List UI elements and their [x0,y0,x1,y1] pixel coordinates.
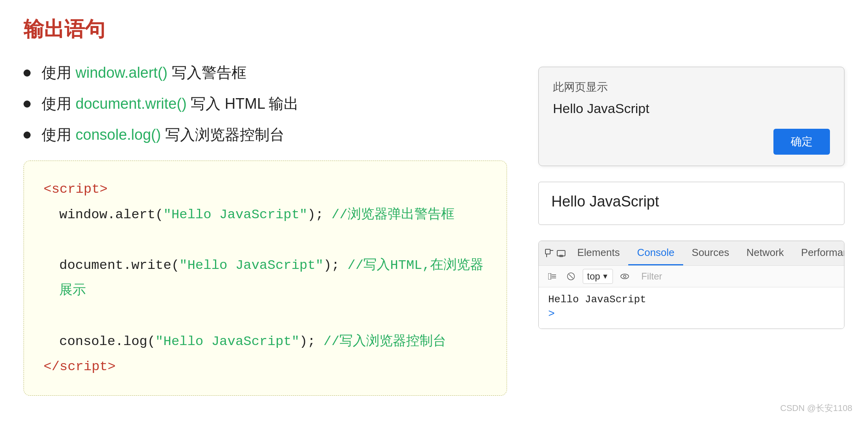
tab-elements[interactable]: Elements [569,241,628,265]
svg-rect-5 [548,273,551,280]
bullet-dot [24,132,31,139]
filter-input[interactable]: Filter [636,269,838,283]
alert-dialog-title: 此网页显示 [553,80,830,95]
code-block: <script> window.alert("Hello JavaScript"… [24,161,507,396]
alert-dialog: 此网页显示 Hello JavaScript 确定 [538,67,844,166]
list-item: 使用 window.alert() 写入警告框 [24,63,507,83]
confirm-button[interactable]: 确定 [773,129,830,155]
console-prompt: > [548,308,555,320]
inspect-icon[interactable] [545,245,554,262]
code-line-2: document.write("Hello JavaScript"); //写入… [59,253,487,303]
list-item: 使用 console.log() 写入浏览器控制台 [24,125,507,145]
tab-network[interactable]: Network [738,241,792,265]
console-toolbar: top ▼ Filter [539,266,844,287]
code-line-3: console.log("Hello JavaScript"); //写入浏览器… [59,329,487,354]
svg-rect-0 [545,249,550,254]
alert-dialog-footer: 确定 [553,129,830,155]
top-context-selector[interactable]: top ▼ [583,269,613,284]
bullet-text-1: 使用 window.alert() 写入警告框 [42,63,246,83]
sidebar-toggle-icon[interactable] [545,269,559,283]
doc-output-text: Hello JavaScript [551,193,659,210]
console-output-area: Hello JavaScript > [539,287,844,329]
left-panel: 使用 window.alert() 写入警告框 使用 document.writ… [24,63,507,396]
bullet-text-3: 使用 console.log() 写入浏览器控制台 [42,125,284,145]
code-close-tag: </script> [44,354,487,380]
eye-icon[interactable] [618,269,632,283]
tab-performance[interactable]: Performance [793,241,844,265]
code-open-tag: <script> [44,177,487,202]
console-panel: Elements Console Sources Network Perform… [538,241,844,329]
bullet-list: 使用 window.alert() 写入警告框 使用 document.writ… [24,63,507,145]
tab-sources[interactable]: Sources [683,241,738,265]
dropdown-arrow-icon: ▼ [602,272,609,281]
tab-console[interactable]: Console [628,241,683,265]
right-panel: 此网页显示 Hello JavaScript 确定 Hello JavaScri… [538,67,844,329]
main-layout: 使用 window.alert() 写入警告框 使用 document.writ… [24,63,844,396]
list-item: 使用 document.write() 写入 HTML 输出 [24,94,507,114]
device-icon[interactable] [557,245,565,262]
svg-point-12 [624,275,626,278]
svg-point-11 [621,274,629,279]
doc-output-box: Hello JavaScript [538,182,844,225]
svg-line-10 [569,274,573,278]
bullet-dot [24,69,31,77]
console-tabs-bar: Elements Console Sources Network Perform… [539,241,844,266]
clear-icon[interactable] [564,269,578,283]
code-line-1: window.alert("Hello JavaScript"); //浏览器弹… [59,202,487,228]
console-output-line: Hello JavaScript [548,294,835,305]
alert-dialog-message: Hello JavaScript [553,101,830,116]
page-title: 输出语句 [24,16,844,43]
bullet-dot [24,100,31,108]
bullet-text-2: 使用 document.write() 写入 HTML 输出 [42,94,299,114]
watermark: CSDN @长安1108 [780,402,852,414]
